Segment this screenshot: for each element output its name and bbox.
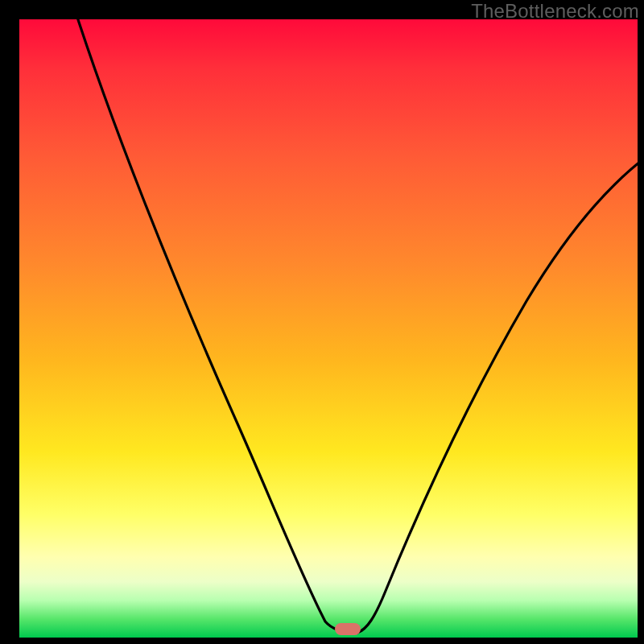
watermark-text: TheBottleneck.com [471, 0, 639, 23]
optimal-marker [335, 623, 361, 635]
chart-frame: TheBottleneck.com [0, 0, 644, 644]
plot-area [19, 19, 638, 638]
bottleneck-curve [19, 19, 638, 638]
